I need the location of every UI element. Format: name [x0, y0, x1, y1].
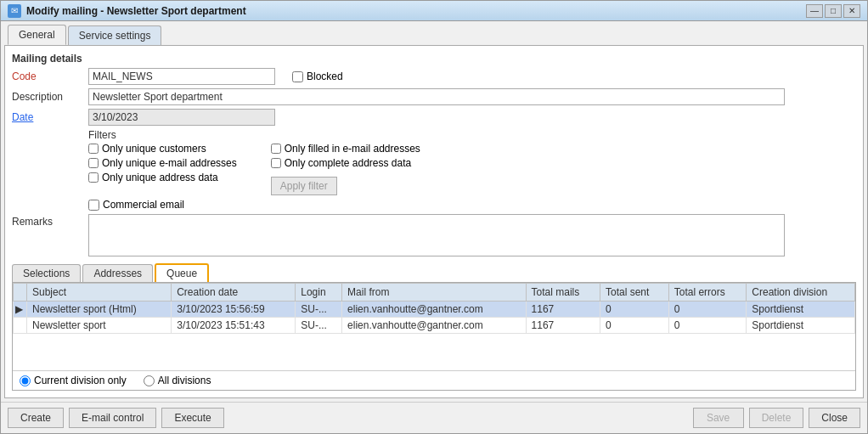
queue-panel: Subject Creation date Login Mail from To… [12, 282, 856, 391]
app-icon: ✉ [8, 4, 21, 18]
date-row: Date [12, 109, 856, 126]
create-button[interactable]: Create [8, 408, 64, 428]
row-subject: Newsletter sport (Html) [27, 302, 172, 318]
row-mail-from: elien.vanhoutte@gantner.com [342, 302, 527, 318]
sub-tab-bar: Selections Addresses Queue [12, 263, 856, 282]
row-login: SU-... [296, 302, 342, 318]
row-creation-date: 3/10/2023 15:51:43 [172, 318, 296, 334]
col-subject: Subject [27, 284, 172, 302]
mailing-details-label: Mailing details [12, 53, 856, 65]
all-divisions-label: All divisions [158, 375, 211, 386]
bottom-right-buttons: Save Delete Close [693, 408, 860, 428]
remarks-label: Remarks [12, 214, 88, 228]
maximize-button[interactable]: □ [825, 4, 842, 18]
main-window: ✉ Modify mailing - Newsletter Sport depa… [0, 0, 868, 434]
delete-button[interactable]: Delete [749, 408, 804, 428]
row-arrow [14, 318, 27, 334]
title-bar: ✉ Modify mailing - Newsletter Sport depa… [1, 1, 867, 21]
col-total-errors: Total errors [668, 284, 747, 302]
window-controls[interactable]: — □ ✕ [806, 4, 860, 18]
filter-unique-email: Only unique e-mail addresses [88, 157, 237, 169]
description-label: Description [12, 91, 88, 103]
queue-table: Subject Creation date Login Mail from To… [13, 283, 855, 334]
minimize-button[interactable]: — [806, 4, 823, 18]
row-total-sent: 0 [600, 318, 669, 334]
filter-unique-address-checkbox[interactable] [88, 172, 99, 183]
blocked-checkbox[interactable] [292, 71, 303, 82]
remarks-row: Remarks [12, 214, 856, 256]
commercial-email-label: Commercial email [103, 199, 184, 211]
main-tab-bar: General Service settings [4, 25, 864, 45]
col-mail-from: Mail from [342, 284, 527, 302]
code-row: Code Blocked [12, 68, 856, 85]
row-subject: Newsletter sport [27, 318, 172, 334]
tab-selections[interactable]: Selections [12, 264, 81, 282]
close-window-button[interactable]: ✕ [843, 4, 860, 18]
filter-unique-email-checkbox[interactable] [88, 158, 99, 168]
all-divisions-radio[interactable] [144, 375, 155, 386]
col-total-sent: Total sent [600, 284, 669, 302]
row-total-errors: 0 [668, 302, 747, 318]
save-button[interactable]: Save [693, 408, 744, 428]
filter-filled-email: Only filled in e-mail addresses [271, 143, 420, 155]
main-panel: Mailing details Code Blocked Description [4, 45, 864, 398]
mailing-details-section: Mailing details Code Blocked Description [12, 53, 856, 260]
email-control-button[interactable]: E-mail control [69, 408, 156, 428]
row-total-mails: 1167 [526, 302, 600, 318]
row-creation-date: 3/10/2023 15:56:59 [172, 302, 296, 318]
description-row: Description [12, 88, 856, 105]
row-total-mails: 1167 [526, 318, 600, 334]
row-creation-division: Sportdienst [747, 302, 855, 318]
execute-button[interactable]: Execute [161, 408, 223, 428]
commercial-email-checkbox[interactable] [88, 200, 99, 211]
date-label: Date [12, 111, 88, 123]
remarks-textarea[interactable] [88, 214, 785, 256]
table-row[interactable]: ▶ Newsletter sport (Html) 3/10/2023 15:5… [14, 302, 855, 318]
tab-queue[interactable]: Queue [155, 263, 209, 282]
row-login: SU-... [296, 318, 342, 334]
commercial-email-row: Commercial email [88, 199, 856, 211]
tab-addresses[interactable]: Addresses [82, 264, 153, 282]
filter-complete-address-checkbox[interactable] [271, 158, 281, 168]
queue-table-container[interactable]: Subject Creation date Login Mail from To… [13, 283, 855, 370]
col-creation-division: Creation division [747, 284, 855, 302]
date-input[interactable] [88, 109, 275, 126]
table-row[interactable]: Newsletter sport 3/10/2023 15:51:43 SU-.… [14, 318, 855, 334]
description-input[interactable] [88, 88, 785, 105]
col-total-mails: Total mails [526, 284, 600, 302]
tab-service-settings[interactable]: Service settings [68, 25, 162, 45]
filter-unique-address: Only unique address data [88, 172, 237, 183]
row-creation-division: Sportdienst [747, 318, 855, 334]
current-division-option[interactable]: Current division only [20, 375, 127, 386]
filter-complete-address: Only complete address data [271, 157, 420, 169]
all-divisions-option[interactable]: All divisions [144, 375, 211, 386]
filter-unique-customers-checkbox[interactable] [88, 144, 99, 154]
blocked-label: Blocked [307, 70, 343, 82]
window-content: General Service settings Mailing details… [1, 21, 867, 402]
code-input[interactable] [88, 68, 275, 85]
filter-unique-customers: Only unique customers [88, 143, 237, 155]
code-label: Code [12, 70, 88, 82]
bottom-left-buttons: Create E-mail control Execute [8, 408, 224, 428]
tab-general[interactable]: General [8, 25, 66, 45]
row-arrow: ▶ [14, 302, 27, 318]
window-title: Modify mailing - Newsletter Sport depart… [26, 5, 246, 17]
bottom-bar: Create E-mail control Execute Save Delet… [1, 402, 867, 433]
filter-filled-email-checkbox[interactable] [271, 144, 281, 154]
current-division-radio[interactable] [20, 375, 31, 386]
row-total-sent: 0 [600, 302, 669, 318]
current-division-label: Current division only [34, 375, 127, 386]
col-arrow [14, 284, 27, 302]
division-bar: Current division only All divisions [13, 370, 855, 390]
row-total-errors: 0 [668, 318, 747, 334]
close-button[interactable]: Close [809, 408, 860, 428]
row-mail-from: elien.vanhoutte@gantner.com [342, 318, 527, 334]
filters-label: Filters [88, 129, 856, 141]
col-creation-date: Creation date [172, 284, 296, 302]
col-login: Login [296, 284, 342, 302]
filters-section: Filters Only unique customers Only uniqu… [88, 129, 856, 195]
apply-filter-button[interactable]: Apply filter [271, 177, 337, 195]
